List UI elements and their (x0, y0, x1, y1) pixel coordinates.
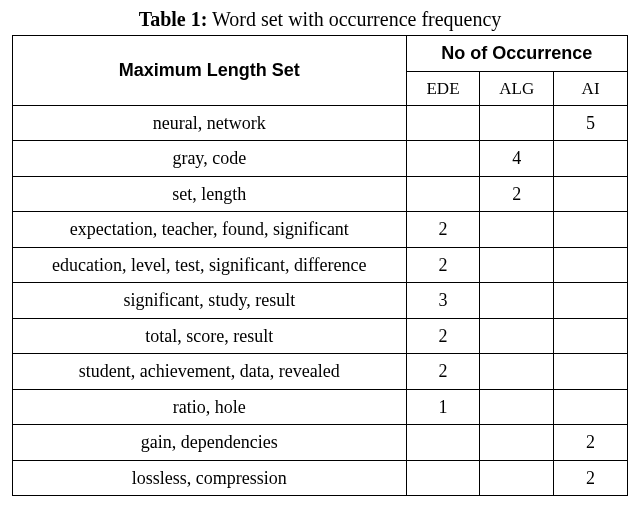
cell-ai (554, 247, 628, 283)
cell-alg: 2 (480, 176, 554, 212)
cell-set: expectation, teacher, found, significant (13, 212, 407, 248)
cell-set: neural, network (13, 105, 407, 141)
subheader-ede: EDE (406, 71, 480, 105)
cell-alg (480, 283, 554, 319)
cell-ede (406, 425, 480, 461)
table-row: significant, study, result 3 (13, 283, 628, 319)
cell-ede: 2 (406, 318, 480, 354)
header-maxlen: Maximum Length Set (13, 36, 407, 106)
cell-set: lossless, compression (13, 460, 407, 496)
cell-set: significant, study, result (13, 283, 407, 319)
cell-set: gray, code (13, 141, 407, 177)
cell-alg (480, 318, 554, 354)
cell-ai: 5 (554, 105, 628, 141)
cell-ede: 3 (406, 283, 480, 319)
cell-ai: 2 (554, 425, 628, 461)
cell-alg (480, 389, 554, 425)
cell-ede (406, 460, 480, 496)
header-row: Maximum Length Set No of Occurrence (13, 36, 628, 72)
table-row: total, score, result 2 (13, 318, 628, 354)
cell-set: education, level, test, significant, dif… (13, 247, 407, 283)
cell-alg (480, 212, 554, 248)
subheader-ai: AI (554, 71, 628, 105)
cell-ai (554, 318, 628, 354)
cell-ai (554, 212, 628, 248)
cell-ede: 2 (406, 354, 480, 390)
cell-ai (554, 141, 628, 177)
cell-ai (554, 354, 628, 390)
caption-text: Word set with occurrence frequency (212, 8, 501, 30)
table-caption: Table 1: Word set with occurrence freque… (12, 8, 628, 31)
cell-ede (406, 176, 480, 212)
table-row: ratio, hole 1 (13, 389, 628, 425)
cell-alg (480, 247, 554, 283)
header-occurrence: No of Occurrence (406, 36, 627, 72)
cell-ede: 2 (406, 247, 480, 283)
table-row: neural, network 5 (13, 105, 628, 141)
cell-ede: 2 (406, 212, 480, 248)
cell-set: set, length (13, 176, 407, 212)
cell-set: gain, dependencies (13, 425, 407, 461)
table-row: expectation, teacher, found, significant… (13, 212, 628, 248)
table-row: gray, code 4 (13, 141, 628, 177)
table-row: education, level, test, significant, dif… (13, 247, 628, 283)
cell-ede (406, 105, 480, 141)
cell-set: student, achievement, data, revealed (13, 354, 407, 390)
cell-ai (554, 176, 628, 212)
cell-set: ratio, hole (13, 389, 407, 425)
cell-alg: 4 (480, 141, 554, 177)
cell-alg (480, 105, 554, 141)
cell-ai (554, 389, 628, 425)
table-row: gain, dependencies 2 (13, 425, 628, 461)
frequency-table: Maximum Length Set No of Occurrence EDE … (12, 35, 628, 496)
cell-ede: 1 (406, 389, 480, 425)
cell-set: total, score, result (13, 318, 407, 354)
cell-alg (480, 354, 554, 390)
table-row: lossless, compression 2 (13, 460, 628, 496)
caption-label: Table 1: (139, 8, 208, 30)
subheader-alg: ALG (480, 71, 554, 105)
table-row: student, achievement, data, revealed 2 (13, 354, 628, 390)
cell-ede (406, 141, 480, 177)
cell-alg (480, 425, 554, 461)
cell-ai (554, 283, 628, 319)
cell-ai: 2 (554, 460, 628, 496)
cell-alg (480, 460, 554, 496)
table-row: set, length 2 (13, 176, 628, 212)
